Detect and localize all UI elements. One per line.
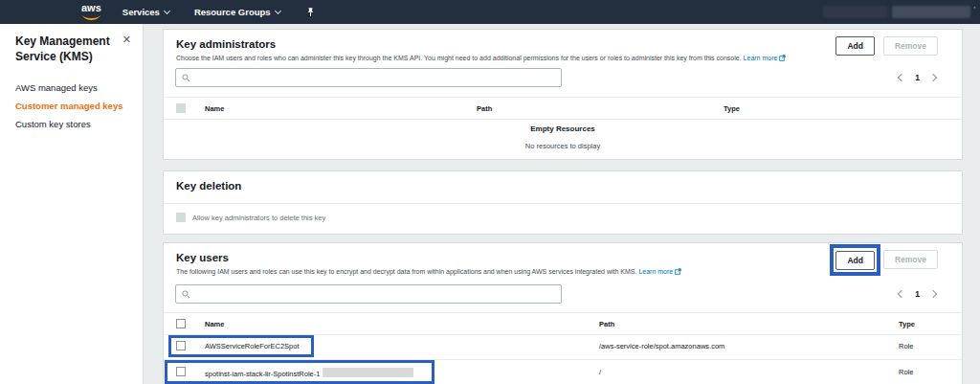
aws-logo[interactable]: aws — [81, 3, 101, 20]
key-user-name: spotinst-iam-stack-lir-SpotinstRole-1 — [205, 368, 413, 378]
table-header: Name Path Type — [164, 97, 962, 120]
table-header: Name Path Type — [164, 312, 962, 335]
previous-page-icon[interactable] — [898, 290, 905, 298]
aws-logo-smile-icon — [82, 13, 100, 20]
column-header-name: Name — [205, 104, 224, 113]
nav-resource-groups-menu[interactable]: Resource Groups — [194, 7, 280, 17]
table-row[interactable]: spotinst-iam-stack-lir-SpotinstRole-1 / … — [164, 359, 962, 384]
sidebar-item-aws-managed-keys[interactable]: AWS managed keys — [0, 79, 143, 97]
pagination: 1 — [899, 68, 936, 87]
allow-deletion-checkbox[interactable] — [176, 213, 186, 222]
key-users-search[interactable] — [175, 284, 562, 304]
remove-key-user-button[interactable]: Remove — [883, 250, 938, 269]
search-icon — [182, 290, 190, 299]
table-row[interactable]: AWSServiceRoleForEC2Spot /aws-service-ro… — [164, 333, 962, 360]
kms-sidebar: Key Management Service (KMS) ✕ AWS manag… — [0, 24, 144, 384]
key-user-name-text: spotinst-iam-stack-lir-SpotinstRole-1 — [205, 370, 320, 378]
search-icon — [182, 74, 190, 82]
redacted-role-suffix — [323, 368, 413, 377]
nav-services-menu[interactable]: Services — [122, 7, 169, 17]
column-header-path: Path — [477, 104, 492, 113]
previous-page-icon[interactable] — [898, 74, 905, 81]
sidebar-title: Key Management Service (KMS) — [15, 34, 121, 64]
aws-logo-text: aws — [81, 2, 101, 13]
key-administrators-search[interactable] — [175, 68, 562, 87]
chevron-down-icon — [275, 8, 281, 14]
empty-state-title: Empty Resources — [164, 124, 962, 133]
section-title: Key administrators — [176, 38, 276, 50]
next-page-icon[interactable] — [929, 74, 937, 81]
external-link-icon — [675, 268, 681, 275]
allow-deletion-label: Allow key administrators to delete this … — [192, 214, 325, 222]
external-link-icon — [779, 55, 786, 61]
search-input[interactable] — [194, 71, 561, 84]
chevron-down-icon — [164, 8, 170, 14]
redacted-region-text — [823, 6, 888, 18]
column-header-name: Name — [205, 320, 224, 328]
navbar-account-area: ′ — [823, 6, 975, 18]
sidebar-item-customer-managed-keys[interactable]: Customer managed keys — [0, 97, 143, 115]
close-icon[interactable]: ✕ — [121, 34, 133, 45]
pagination: 1 — [899, 284, 936, 304]
page-number[interactable]: 1 — [915, 289, 920, 299]
add-key-administrator-button[interactable]: Add — [835, 36, 875, 56]
add-key-user-button[interactable]: Add — [835, 251, 875, 270]
key-administrators-section: Key administrators Choose the IAM users … — [163, 29, 963, 160]
learn-more-link[interactable]: Learn more — [638, 268, 673, 275]
section-divider — [164, 203, 962, 204]
redacted-account-name — [892, 6, 970, 18]
notification-badge-icon: ′ — [974, 6, 975, 12]
section-description: The following IAM users and roles can us… — [176, 268, 681, 275]
section-description: Choose the IAM users and roles who can a… — [176, 55, 786, 61]
page-number[interactable]: 1 — [915, 73, 920, 82]
nav-resource-groups-label: Resource Groups — [194, 7, 271, 17]
key-deletion-section: Key deletion Allow key administrators to… — [163, 170, 963, 235]
column-header-path: Path — [599, 320, 614, 328]
row-checkbox[interactable] — [176, 367, 186, 376]
key-user-name: AWSServiceRoleForEC2Spot — [205, 342, 300, 350]
annotation-highlight-add-button: Add — [835, 250, 875, 270]
section-title: Key deletion — [176, 180, 241, 192]
empty-state-message: No resources to display — [164, 142, 962, 150]
column-header-type: Type — [899, 320, 915, 328]
remove-key-administrator-button[interactable]: Remove — [883, 36, 938, 56]
nav-services-label: Services — [122, 7, 160, 17]
select-all-checkbox[interactable] — [176, 103, 186, 113]
search-input[interactable] — [194, 287, 561, 301]
key-user-type: Role — [899, 368, 913, 376]
sidebar-nav: AWS managed keys Customer managed keys C… — [0, 79, 143, 133]
description-text: The following IAM users and roles can us… — [176, 268, 636, 275]
key-users-section: Key users The following IAM users and ro… — [163, 242, 963, 384]
key-user-path: / — [599, 368, 601, 376]
key-user-path: /aws-service-role/spot.amazonaws.com — [599, 342, 724, 350]
next-page-icon[interactable] — [929, 290, 937, 298]
description-text: Choose the IAM users and roles who can a… — [176, 55, 742, 61]
section-title: Key users — [176, 252, 229, 263]
select-all-checkbox[interactable] — [176, 319, 186, 328]
learn-more-link[interactable]: Learn more — [744, 55, 778, 61]
pushpin-icon[interactable] — [305, 7, 316, 18]
key-user-type: Role — [899, 342, 913, 350]
column-header-type: Type — [724, 104, 740, 113]
sidebar-item-custom-key-stores[interactable]: Custom key stores — [0, 115, 143, 133]
aws-kms-console: aws Services Resource Groups ′ Key Manag… — [0, 0, 980, 384]
top-navbar: aws Services Resource Groups ′ — [0, 0, 980, 24]
row-checkbox[interactable] — [176, 341, 186, 350]
